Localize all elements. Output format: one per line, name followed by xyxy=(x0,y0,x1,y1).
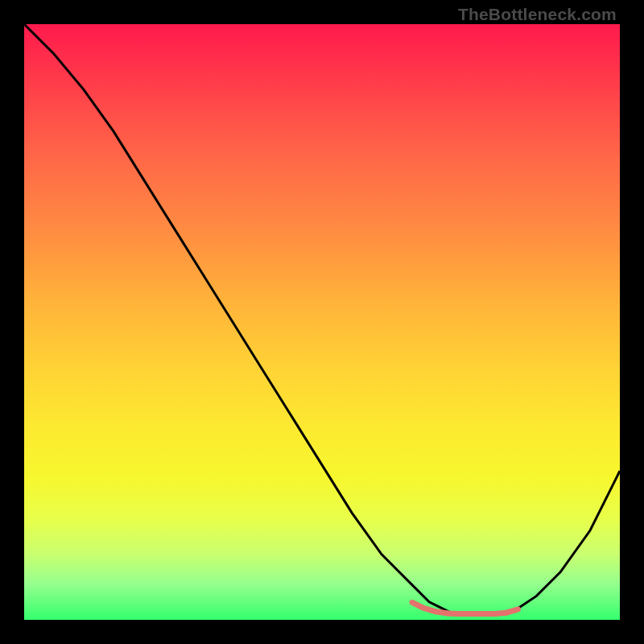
optimum-marker xyxy=(412,602,518,613)
chart-plot-area xyxy=(24,24,620,620)
attribution-text: TheBottleneck.com xyxy=(458,5,617,24)
optimum-dash xyxy=(507,609,518,613)
curve-line xyxy=(24,24,620,614)
bottleneck-curve xyxy=(24,24,620,614)
chart-svg xyxy=(24,24,620,620)
optimum-dash xyxy=(412,602,423,607)
chart-frame: TheBottleneck.com xyxy=(0,0,644,644)
